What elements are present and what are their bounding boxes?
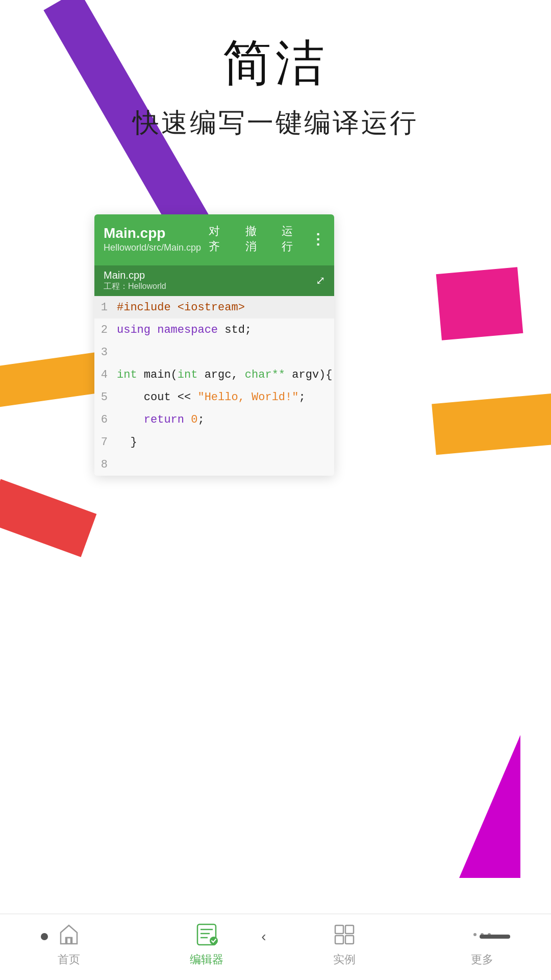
line-number-4: 4 bbox=[94, 369, 113, 381]
editor-tab-info: Main.cpp 工程：Helloworld bbox=[104, 270, 166, 292]
sub-title: 快速编写一键编译运行 bbox=[0, 105, 551, 141]
editor-tab-project: 工程：Helloworld bbox=[104, 281, 166, 292]
code-line-7: 7 } bbox=[94, 431, 334, 453]
expand-icon[interactable]: ⤢ bbox=[316, 274, 325, 287]
code-line-5: 5 cout << "Hello, World!"; bbox=[94, 386, 334, 408]
line-number-3: 3 bbox=[94, 346, 113, 359]
home-pill[interactable] bbox=[480, 935, 510, 939]
nav-label-editor: 编辑器 bbox=[190, 952, 223, 967]
line-content-7: } bbox=[113, 434, 141, 451]
line-content-6: return 0; bbox=[113, 411, 209, 428]
editor-tab-name: Main.cpp bbox=[104, 270, 166, 281]
code-line-2: 2 using namespace std; bbox=[94, 318, 334, 341]
code-line-6: 6 return 0; bbox=[94, 408, 334, 431]
main-title: 简洁 bbox=[0, 31, 551, 97]
line-number-1: 1 bbox=[94, 301, 113, 314]
line-content-2: using namespace std; bbox=[113, 322, 256, 338]
orange-rect-right-shape bbox=[432, 393, 551, 455]
magenta-triangle-shape bbox=[459, 735, 520, 878]
system-bar: ‹ bbox=[0, 924, 551, 949]
editor-tab-bar: Main.cpp 工程：Helloworld ⤢ bbox=[94, 265, 334, 296]
line-number-2: 2 bbox=[94, 324, 113, 336]
line-number-5: 5 bbox=[94, 391, 113, 404]
line-number-7: 7 bbox=[94, 436, 113, 449]
toolbar-top: Main.cpp Helloworld/src/Main.cpp 对齐 撤消 运… bbox=[104, 222, 325, 256]
editor-card: Main.cpp Helloworld/src/Main.cpp 对齐 撤消 运… bbox=[94, 214, 334, 476]
nav-label-home: 首页 bbox=[58, 952, 80, 967]
line-content-5: cout << "Hello, World!"; bbox=[113, 389, 310, 406]
line-content-1: #include <iostream> bbox=[113, 299, 249, 316]
code-line-8: 8 bbox=[94, 453, 334, 476]
line-number-6: 6 bbox=[94, 413, 113, 426]
nav-label-examples: 实例 bbox=[333, 952, 356, 967]
red-rect-shape bbox=[0, 479, 96, 557]
pink-rect-shape bbox=[436, 267, 523, 340]
nav-label-more: 更多 bbox=[471, 952, 493, 967]
code-area[interactable]: 1 #include <iostream> 2 using namespace … bbox=[94, 296, 334, 476]
line-content-3 bbox=[113, 350, 121, 354]
undo-button[interactable]: 撤消 bbox=[238, 222, 264, 256]
toolbar-file-info: Main.cpp Helloworld/src/Main.cpp bbox=[104, 225, 201, 253]
toolbar-actions: 对齐 撤消 运行 ⋮ bbox=[201, 222, 325, 256]
align-button[interactable]: 对齐 bbox=[201, 222, 228, 256]
line-content-8 bbox=[113, 462, 121, 467]
back-button[interactable]: ‹ bbox=[261, 928, 266, 945]
header-section: 简洁 快速编写一键编译运行 bbox=[0, 31, 551, 141]
line-content-4: int main(int argc, char** argv){ bbox=[113, 366, 334, 383]
more-options-icon[interactable]: ⋮ bbox=[311, 231, 325, 248]
line-number-8: 8 bbox=[94, 458, 113, 471]
toolbar-filename: Main.cpp bbox=[104, 225, 201, 241]
run-button[interactable]: 运行 bbox=[274, 222, 300, 256]
code-line-3: 3 bbox=[94, 341, 334, 363]
code-line-4: 4 int main(int argc, char** argv){ bbox=[94, 363, 334, 386]
editor-toolbar: Main.cpp Helloworld/src/Main.cpp 对齐 撤消 运… bbox=[94, 214, 334, 265]
code-line-1: 1 #include <iostream> bbox=[94, 296, 334, 318]
toolbar-filepath: Helloworld/src/Main.cpp bbox=[104, 242, 201, 253]
system-dot bbox=[41, 933, 48, 940]
